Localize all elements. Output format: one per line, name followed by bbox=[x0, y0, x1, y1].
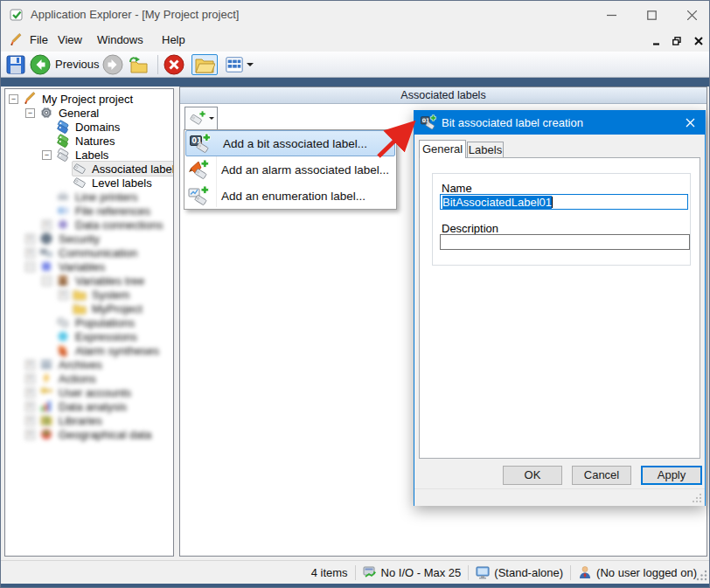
tree-item-variables-tree[interactable]: −Variables tree bbox=[5, 273, 173, 287]
tree-item-label: Domains bbox=[73, 121, 122, 134]
statusbar-items-count: 4 items bbox=[311, 566, 348, 579]
libraries-icon bbox=[39, 413, 53, 427]
tree-item-line-printers[interactable]: Line printers bbox=[5, 190, 173, 204]
close-button[interactable] bbox=[679, 1, 704, 29]
security-icon bbox=[39, 232, 53, 246]
tree-item-archives[interactable]: +Archives bbox=[5, 357, 173, 371]
tree-item-security[interactable]: +Security bbox=[5, 232, 173, 246]
name-label: Name bbox=[442, 182, 472, 195]
folder-icon bbox=[73, 301, 87, 315]
brush-icon bbox=[23, 92, 37, 106]
tree-item-libraries[interactable]: +Libraries bbox=[5, 413, 173, 427]
tree-expander[interactable]: + bbox=[25, 360, 35, 370]
tree-item-labels[interactable]: −Labels bbox=[5, 148, 173, 162]
tree-expander[interactable]: − bbox=[25, 108, 35, 118]
maximize-button[interactable] bbox=[639, 1, 664, 29]
tree-item-data-connections[interactable]: +Data connections bbox=[5, 218, 173, 232]
menu-view[interactable]: View bbox=[55, 29, 85, 52]
tree-expander[interactable]: + bbox=[25, 374, 35, 384]
previous-button[interactable] bbox=[29, 54, 52, 75]
tree-item-file-references[interactable]: File references bbox=[5, 204, 173, 218]
user-text: (No user logged on) bbox=[596, 566, 697, 579]
tab-labels[interactable]: Labels bbox=[467, 142, 504, 158]
tree-item-level-labels[interactable]: Level labels bbox=[5, 176, 173, 190]
tree-item-label: Libraries bbox=[57, 414, 104, 427]
tree-expander[interactable]: + bbox=[59, 290, 68, 300]
tree-expander[interactable]: − bbox=[42, 276, 52, 286]
tag-plus-icon bbox=[189, 110, 206, 128]
populations-icon bbox=[56, 315, 70, 329]
tree-expander[interactable]: + bbox=[42, 220, 52, 230]
statusbar-separator bbox=[570, 565, 571, 580]
tree-expander[interactable]: + bbox=[25, 402, 35, 412]
tag-gray-icon bbox=[73, 176, 87, 190]
tree-expander[interactable]: − bbox=[9, 94, 18, 104]
tree-item-variables[interactable]: −Variables bbox=[5, 259, 173, 273]
dialog-resize-grip[interactable] bbox=[693, 494, 702, 503]
tree-item-domains[interactable]: Domains bbox=[5, 120, 173, 134]
tree-item-populations[interactable]: Populations bbox=[5, 315, 173, 329]
name-input[interactable]: BitAssociatedLabel01 bbox=[440, 194, 688, 210]
columns-view-button[interactable] bbox=[221, 54, 256, 75]
menu-windows[interactable]: Windows bbox=[94, 29, 146, 52]
menu-item-label: Add an alarm associated label... bbox=[221, 163, 389, 176]
tree-item-user-accounts[interactable]: +User accounts bbox=[5, 385, 173, 399]
tree-expander[interactable]: − bbox=[42, 150, 52, 160]
mdi-minimize-button[interactable] bbox=[650, 34, 664, 47]
menu-item-add-a-bit-associated-label[interactable]: 01Add a bit associated label... bbox=[185, 130, 395, 156]
menu-item-add-an-enumeration-label[interactable]: Add an enumeration label... bbox=[184, 183, 396, 209]
window-resize-grip[interactable] bbox=[696, 570, 707, 581]
toolbar-separator bbox=[157, 55, 158, 74]
stop-button[interactable] bbox=[163, 54, 185, 75]
tree-item-actions[interactable]: +Actions bbox=[5, 371, 173, 385]
tree-item-geographical-data[interactable]: +Geographical data bbox=[5, 427, 173, 441]
tree-item-associated-labels[interactable]: Associated labels bbox=[5, 162, 173, 176]
apply-button[interactable]: Apply bbox=[641, 466, 702, 485]
annotation-arrow bbox=[372, 113, 424, 163]
mdi-restore-button[interactable] bbox=[670, 34, 684, 47]
tree-item-label: Actions bbox=[57, 372, 98, 385]
tree-item-label: File references bbox=[73, 204, 152, 218]
tree-item-general[interactable]: −General bbox=[5, 106, 173, 120]
tree-item-label: Data connections bbox=[73, 218, 164, 232]
archives-icon bbox=[39, 357, 53, 371]
dialog-status-strip bbox=[414, 488, 705, 506]
folders-view-button[interactable] bbox=[191, 54, 218, 75]
add-label-dropdown-button[interactable] bbox=[184, 107, 218, 130]
folder-icon bbox=[73, 287, 87, 301]
tree-expander[interactable]: + bbox=[25, 234, 35, 244]
minimize-button[interactable] bbox=[599, 1, 623, 29]
tree-item-my-project-project[interactable]: −My Project project bbox=[5, 92, 173, 106]
tree-expander[interactable]: − bbox=[25, 262, 35, 272]
forward-icon bbox=[102, 54, 123, 75]
tree-item-communication[interactable]: +Communication bbox=[5, 246, 173, 259]
menu-file[interactable]: File bbox=[27, 29, 51, 52]
forward-button[interactable] bbox=[101, 54, 124, 75]
mdi-close-button[interactable] bbox=[692, 34, 706, 47]
cancel-button[interactable]: Cancel bbox=[572, 466, 631, 485]
description-input[interactable] bbox=[440, 234, 690, 250]
open-parent-folder-button[interactable] bbox=[128, 54, 150, 75]
tree-expander[interactable]: + bbox=[25, 388, 35, 398]
tree-expander[interactable]: + bbox=[25, 248, 35, 258]
tree-item-natures[interactable]: Natures bbox=[5, 134, 173, 148]
text-caret bbox=[552, 197, 553, 208]
dialog-close-button[interactable] bbox=[675, 111, 705, 135]
menu-item-add-an-alarm-associated-label[interactable]: Add an alarm associated label... bbox=[184, 156, 396, 183]
tree-expander[interactable]: + bbox=[25, 416, 35, 425]
statusbar-user: (No user logged on) bbox=[578, 565, 697, 579]
previous-label[interactable]: Previous bbox=[55, 52, 100, 78]
tree-item-data-analysis[interactable]: +Data analysis bbox=[5, 399, 173, 413]
tree-item-expressions[interactable]: Expressions bbox=[5, 329, 173, 343]
tree-item-myproject[interactable]: MyProject bbox=[5, 301, 173, 315]
ok-button[interactable]: OK bbox=[503, 466, 562, 485]
variables-tree-icon bbox=[56, 273, 70, 287]
save-button[interactable] bbox=[4, 54, 27, 75]
tab-general[interactable]: General bbox=[419, 140, 466, 158]
tree-expander[interactable]: + bbox=[25, 430, 35, 439]
menu-item-label: Add a bit associated label... bbox=[223, 137, 367, 150]
tree-item-alarm-syntheses[interactable]: Alarm syntheses bbox=[5, 343, 173, 357]
menu-help[interactable]: Help bbox=[159, 29, 188, 52]
chevron-down-icon bbox=[209, 117, 214, 120]
tree-item-system[interactable]: +System bbox=[5, 287, 173, 301]
